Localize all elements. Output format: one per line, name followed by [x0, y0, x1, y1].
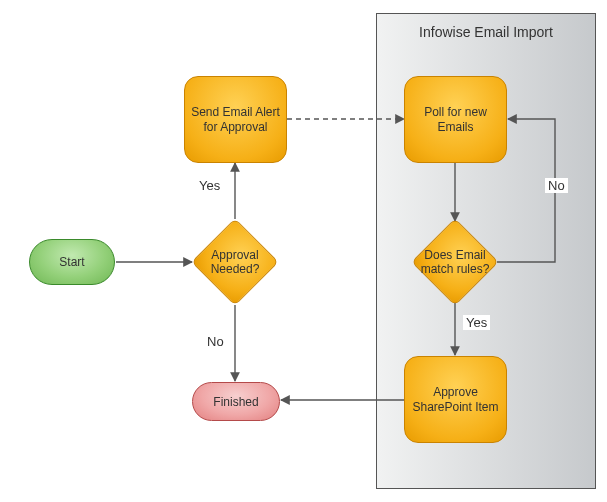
node-poll: Poll for new Emails	[404, 76, 507, 163]
node-approve-item: Approve SharePoint Item	[404, 356, 507, 443]
node-approve-item-label: Approve SharePoint Item	[411, 385, 500, 415]
node-start-label: Start	[59, 255, 84, 269]
swimlane-title: Infowise Email Import	[377, 24, 595, 40]
edge-label-match-no: No	[545, 178, 568, 193]
node-send-alert-label: Send Email Alert for Approval	[191, 105, 280, 135]
node-match-rules-label: Does Email match rules?	[418, 248, 492, 277]
edge-label-approval-no: No	[204, 334, 227, 349]
edge-label-match-yes: Yes	[463, 315, 490, 330]
node-match-rules: Does Email match rules?	[424, 231, 486, 293]
edge-label-approval-yes: Yes	[196, 178, 223, 193]
node-start: Start	[29, 239, 115, 285]
node-approval-needed: Approval Needed?	[204, 231, 266, 293]
node-finished-label: Finished	[213, 395, 258, 409]
node-send-alert: Send Email Alert for Approval	[184, 76, 287, 163]
node-approval-needed-label: Approval Needed?	[202, 248, 268, 277]
flowchart-canvas: Infowise Email Import	[0, 0, 607, 502]
node-finished: Finished	[192, 382, 280, 421]
node-poll-label: Poll for new Emails	[411, 105, 500, 135]
